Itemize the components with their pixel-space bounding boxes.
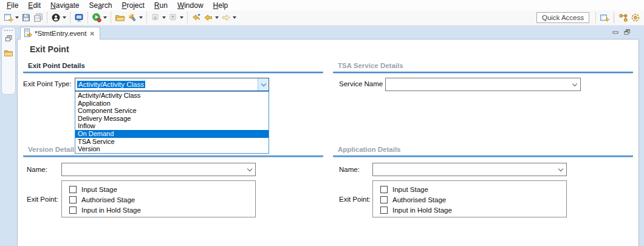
section-header-exit-point-details: Exit Point Details [23,60,323,73]
chevron-down-icon[interactable] [258,78,269,91]
save-button[interactable] [20,11,32,24]
dropdown-option[interactable]: Application [75,100,269,108]
drag-handle[interactable] [4,30,13,31]
version-exit-point-group: Input Stage Authorised Stage Input in Ho… [61,180,256,217]
restore-view-icon[interactable] [5,35,13,44]
console-button[interactable] [73,11,85,24]
next-annotation-icon [151,13,160,22]
dropdown-option[interactable]: Component Service [75,107,269,115]
menu-bar: File Edit Navigate Search Project Run Wi… [0,0,644,10]
checkbox-row: Input Stage [380,184,566,194]
chevron-down-icon[interactable] [139,16,143,19]
event-file-icon [24,29,32,38]
dropdown-option[interactable]: Version [75,145,269,153]
menu-item[interactable]: Window [173,1,208,10]
minimize-icon[interactable] [612,29,619,36]
last-edit-location-icon [191,13,201,22]
chevron-down-icon[interactable] [15,16,19,19]
restore-icon[interactable] [624,29,631,36]
back-button[interactable] [202,11,220,24]
chevron-down-icon[interactable] [103,16,107,19]
forward-button[interactable] [220,11,238,24]
dropdown-option[interactable]: TSA Service [75,138,269,146]
toolbar-separator [47,12,47,23]
toolbar-separator [614,12,614,23]
checkbox-row: Authorised Stage [380,194,566,205]
checkbox[interactable] [380,207,388,214]
toolbar-separator [187,12,188,23]
menu-item[interactable]: Help [208,1,233,10]
checkbox-label: Input in Hold Stage [392,207,452,214]
chevron-down-icon[interactable] [233,16,236,19]
application-exit-point-label: Exit Point: [339,196,371,203]
chevron-down-icon[interactable] [180,16,183,19]
menu-item[interactable]: Edit [23,1,46,10]
toolbar-right-group: Quick Access [536,11,642,24]
chevron-down-icon[interactable] [555,163,566,176]
checkbox[interactable] [380,186,388,193]
main-toolbar: Quick Access [0,10,644,26]
checkbox[interactable] [69,196,77,203]
editor-window-controls [612,29,639,39]
perspective-hierarchy-button[interactable] [617,11,629,24]
checkbox-row: Input in Hold Stage [69,205,255,215]
version-name-combo[interactable] [61,163,256,176]
toolbar-separator [146,12,147,23]
open-folder-button[interactable] [114,11,126,24]
search-flashlight-icon [128,13,137,22]
previous-annotation-button[interactable] [167,11,185,24]
minimized-view-bar [1,27,16,95]
checkbox-row: Input Stage [69,184,255,194]
checkbox[interactable] [69,186,77,193]
forward-icon [221,13,231,22]
editor-tab[interactable]: *StmtEntry.event ✕ [20,27,100,39]
toolbar-separator [595,12,596,23]
new-wizard-button[interactable] [2,11,20,24]
checkbox-label: Authorised Stage [81,196,135,203]
perspective-hierarchy-icon [618,13,628,22]
user-account-button[interactable] [50,11,67,24]
quick-access-box[interactable]: Quick Access [536,12,589,23]
checkbox[interactable] [380,196,388,203]
dropdown-option[interactable]: On Demand [75,130,269,138]
search-button[interactable] [126,11,144,24]
user-icon [51,13,61,22]
tab-title: *StmtEntry.event [35,30,86,37]
exit-point-type-combo[interactable]: Activity/Activity Class [75,78,269,91]
checkbox-label: Input in Hold Stage [81,207,141,214]
menu-item[interactable]: File [2,1,23,10]
open-perspective-button[interactable] [598,11,611,24]
chevron-down-icon[interactable] [569,78,580,91]
menu-item[interactable]: Search [84,1,117,10]
checkbox[interactable] [69,207,77,214]
menu-item[interactable]: Navigate [46,1,84,10]
save-all-icon [33,13,43,22]
next-annotation-button[interactable] [149,11,167,24]
chevron-down-icon[interactable] [244,163,255,176]
page-title: Exit Point [30,44,69,54]
last-edit-location-button[interactable] [190,11,202,24]
previous-annotation-icon [168,13,178,22]
run-icon [92,13,101,22]
folder-view-icon[interactable] [4,49,13,58]
close-icon[interactable]: ✕ [89,30,95,37]
chevron-down-icon[interactable] [162,16,166,19]
service-name-label: Service Name : [339,80,387,87]
combo-selected-text: Activity/Activity Class [77,81,145,88]
save-all-button[interactable] [32,11,44,24]
checkbox-label: Authorised Stage [392,196,446,203]
dropdown-option[interactable]: Activity/Activity Class [75,92,269,100]
dropdown-option[interactable]: Inflow [75,122,269,130]
menu-item[interactable]: Project [117,1,149,10]
open-perspective-icon [600,13,609,22]
menu-item[interactable]: Run [149,1,173,10]
chevron-down-icon[interactable] [215,16,219,19]
run-button[interactable] [91,11,108,24]
perspective-browse-button[interactable] [629,11,642,24]
perspective-browse-icon [631,13,640,22]
chevron-down-icon[interactable] [63,16,66,19]
dropdown-option[interactable]: Delivery Message [75,115,269,123]
application-name-combo[interactable] [372,163,567,176]
service-name-combo[interactable] [385,78,581,91]
editor-body: Exit Point Exit Point Details Exit Point… [17,39,639,246]
